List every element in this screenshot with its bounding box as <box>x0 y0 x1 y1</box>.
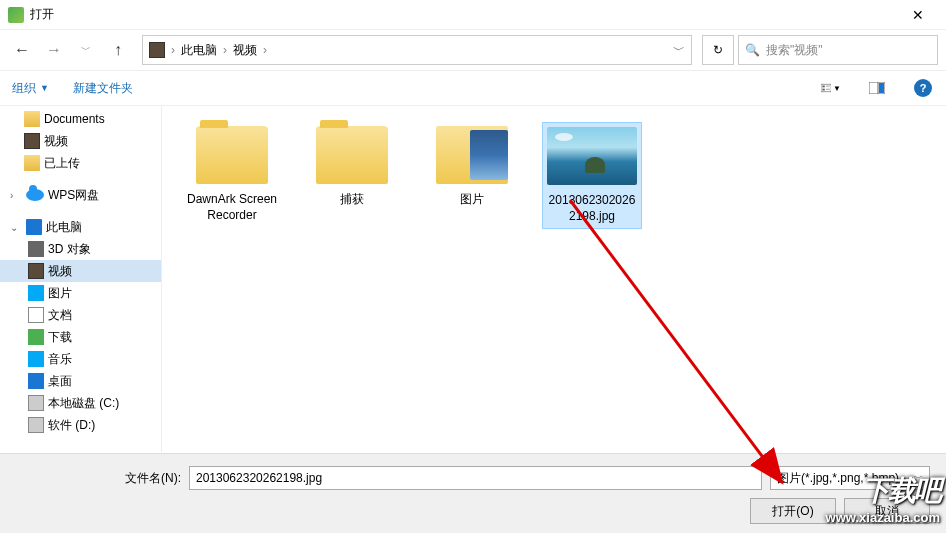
tree-item-pictures[interactable]: 图片 <box>0 282 161 304</box>
3d-icon <box>28 241 44 257</box>
window-title: 打开 <box>30 6 898 23</box>
disk-icon <box>28 417 44 433</box>
close-button[interactable]: ✕ <box>898 7 938 23</box>
address-dropdown[interactable]: ﹀ <box>673 42 685 59</box>
tree-item-desktop[interactable]: 桌面 <box>0 370 161 392</box>
disk-icon <box>28 395 44 411</box>
svg-rect-7 <box>879 83 884 93</box>
pictures-icon <box>28 285 44 301</box>
titlebar: 打开 ✕ <box>0 0 946 30</box>
back-button[interactable]: ← <box>8 36 36 64</box>
pc-icon <box>26 219 42 235</box>
tree-item-disk-c[interactable]: 本地磁盘 (C:) <box>0 392 161 414</box>
item-label: 图片 <box>426 192 518 208</box>
item-label: DawnArk Screen Recorder <box>186 192 278 223</box>
breadcrumb-folder[interactable]: 视频 <box>233 42 257 59</box>
main-area: Documents 视频 已上传 ›WPS网盘 ⌄此电脑 3D 对象 视频 图片… <box>0 106 946 452</box>
expand-icon[interactable]: › <box>10 190 22 201</box>
chevron-right-icon: › <box>171 43 175 57</box>
new-folder-button[interactable]: 新建文件夹 <box>73 80 133 97</box>
chevron-down-icon: ▼ <box>40 83 49 93</box>
svg-rect-2 <box>822 89 825 91</box>
download-icon <box>28 329 44 345</box>
organize-menu[interactable]: 组织 ▼ <box>12 80 49 97</box>
watermark-text: 下载吧 <box>862 472 940 510</box>
video-icon <box>28 263 44 279</box>
toolbar: 组织 ▼ 新建文件夹 ▼ ? <box>0 70 946 106</box>
file-list[interactable]: DawnArk Screen Recorder 捕获 图片 2013062302… <box>162 106 946 452</box>
video-location-icon <box>149 42 165 58</box>
watermark: 下载吧 www.xiazaiba.com <box>820 468 946 529</box>
tree-item-docs[interactable]: 文档 <box>0 304 161 326</box>
document-icon <box>28 307 44 323</box>
tree-item-wps[interactable]: ›WPS网盘 <box>0 184 161 206</box>
folder-item[interactable]: DawnArk Screen Recorder <box>182 122 282 227</box>
tree-item-music[interactable]: 音乐 <box>0 348 161 370</box>
view-options-button[interactable]: ▼ <box>820 77 842 99</box>
preview-pane-button[interactable] <box>866 77 888 99</box>
breadcrumb-root[interactable]: 此电脑 <box>181 42 217 59</box>
refresh-button[interactable]: ↻ <box>702 35 734 65</box>
chevron-right-icon: › <box>263 43 267 57</box>
image-thumbnail <box>547 127 637 185</box>
tree-item-pc[interactable]: ⌄此电脑 <box>0 216 161 238</box>
up-button[interactable]: ↑ <box>104 36 132 64</box>
tree-item-disk-d[interactable]: 软件 (D:) <box>0 414 161 436</box>
tree-item-video-selected[interactable]: 视频 <box>0 260 161 282</box>
search-icon: 🔍 <box>745 43 760 57</box>
folder-icon <box>24 155 40 171</box>
folder-icon <box>316 126 388 184</box>
item-label: 20130623020262198.jpg <box>547 193 637 224</box>
filename-input[interactable] <box>189 466 762 490</box>
video-icon <box>24 133 40 149</box>
music-icon <box>28 351 44 367</box>
file-item-selected[interactable]: 20130623020262198.jpg <box>542 122 642 229</box>
folder-item[interactable]: 图片 <box>422 122 522 212</box>
address-bar[interactable]: › 此电脑 › 视频 › ﹀ <box>142 35 692 65</box>
tree-item-video[interactable]: 视频 <box>0 130 161 152</box>
item-label: 捕获 <box>306 192 398 208</box>
desktop-icon <box>28 373 44 389</box>
folder-icon <box>436 126 508 184</box>
bottom-panel: 文件名(N): 图片(*.jpg,*.png,*.bmp) ﹀ 打开(O) 取消 <box>0 453 946 533</box>
recent-dropdown[interactable]: ﹀ <box>72 36 100 64</box>
svg-rect-1 <box>822 85 825 87</box>
watermark-url: www.xiazaiba.com <box>826 510 940 525</box>
tree-item-3d[interactable]: 3D 对象 <box>0 238 161 260</box>
tree-item-documents[interactable]: Documents <box>0 108 161 130</box>
help-icon: ? <box>914 79 932 97</box>
collapse-icon[interactable]: ⌄ <box>10 222 22 233</box>
tree-item-uploaded[interactable]: 已上传 <box>0 152 161 174</box>
cloud-icon <box>26 189 44 201</box>
search-input[interactable]: 🔍 搜索"视频" <box>738 35 938 65</box>
chevron-right-icon: › <box>223 43 227 57</box>
folder-item[interactable]: 捕获 <box>302 122 402 212</box>
forward-button: → <box>40 36 68 64</box>
search-placeholder: 搜索"视频" <box>766 42 823 59</box>
folder-icon <box>24 111 40 127</box>
tree-item-downloads[interactable]: 下载 <box>0 326 161 348</box>
folder-icon <box>196 126 268 184</box>
svg-rect-0 <box>821 84 831 92</box>
help-button[interactable]: ? <box>912 77 934 99</box>
filename-label: 文件名(N): <box>16 470 181 487</box>
app-icon <box>8 7 24 23</box>
navigation-tree: Documents 视频 已上传 ›WPS网盘 ⌄此电脑 3D 对象 视频 图片… <box>0 106 162 452</box>
navigation-bar: ← → ﹀ ↑ › 此电脑 › 视频 › ﹀ ↻ 🔍 搜索"视频" <box>0 30 946 70</box>
